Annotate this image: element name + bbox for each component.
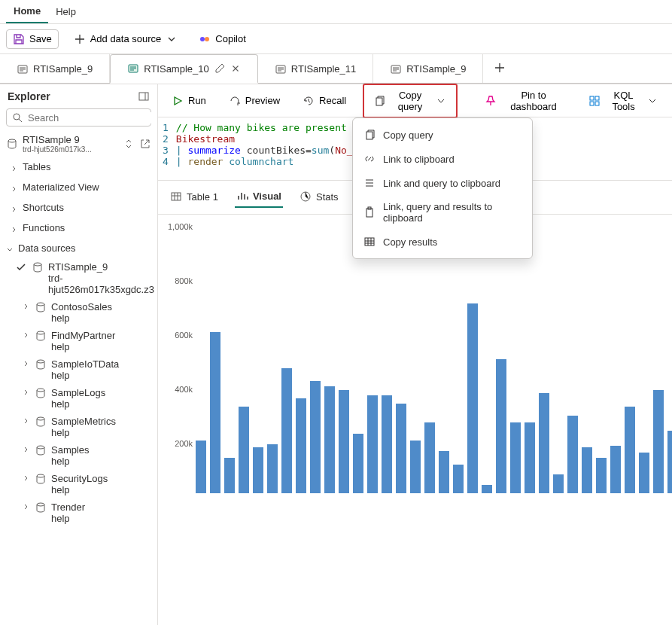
svg-point-1 (205, 37, 209, 41)
y-tick: 400k (175, 385, 193, 394)
chart-bar[interactable] (439, 451, 449, 493)
dd-link-query-results-clipboard[interactable]: Link, query and results to clipboard (353, 195, 532, 230)
chart-bar[interactable] (196, 441, 206, 493)
chart-bar[interactable] (353, 434, 363, 493)
explorer-search[interactable] (6, 108, 151, 127)
copy-query-label: Copy query (390, 90, 430, 112)
popout-icon[interactable] (139, 138, 151, 150)
play-icon (172, 95, 184, 107)
ds-item-sampleiotdata[interactable]: SampleIoTDatahelp (0, 355, 157, 384)
chevron-right-icon (23, 416, 30, 423)
tab-rtisample-11[interactable]: RTISample_11 (258, 54, 373, 84)
recall-button[interactable]: Recall (296, 92, 352, 110)
chart-bar[interactable] (496, 359, 506, 493)
chart-bar[interactable] (210, 332, 220, 493)
chart-bar[interactable] (224, 458, 235, 493)
add-data-source-button[interactable]: Add data source (68, 30, 184, 48)
copy-icon (363, 129, 376, 141)
run-button[interactable]: Run (166, 92, 212, 110)
kql-tools-button[interactable]: KQL Tools (582, 87, 664, 115)
tab-rtisample-10[interactable]: RTISample_10 (110, 54, 257, 84)
chart-bar[interactable] (324, 386, 335, 493)
plus-icon (494, 62, 506, 74)
queryset-active-icon (127, 62, 139, 75)
preview-button[interactable]: Preview (223, 92, 286, 110)
svg-rect-20 (595, 96, 599, 100)
svg-point-13 (37, 389, 44, 392)
chart-bar[interactable] (396, 404, 406, 493)
chart-bar[interactable] (367, 395, 378, 493)
chart-bar[interactable] (553, 474, 564, 493)
chart-bar[interactable] (639, 453, 649, 493)
database-icon (35, 301, 47, 313)
chart-bar[interactable] (610, 446, 621, 493)
chart-bar[interactable] (510, 422, 521, 493)
menu-home[interactable]: Home (6, 0, 48, 23)
tree-item-materialized-view[interactable]: Materialized View (0, 177, 157, 197)
search-input[interactable] (28, 112, 154, 123)
edit-tab-icon[interactable] (214, 62, 226, 75)
chart-bar[interactable] (239, 407, 249, 493)
tab-rtisample-9[interactable]: RTISample_9 (0, 54, 110, 84)
chart-bar[interactable] (267, 444, 278, 493)
updown-icon[interactable] (123, 138, 135, 150)
ds-item-securitylogs[interactable]: SecurityLogshelp (0, 470, 157, 498)
chart-bar[interactable] (596, 458, 607, 493)
ds-item-findmypartner[interactable]: FindMyPartnerhelp (0, 327, 157, 355)
history-icon (303, 95, 315, 107)
chart-bar[interactable] (410, 441, 421, 493)
tree-item-functions[interactable]: Functions (0, 218, 157, 238)
add-tab-button[interactable] (483, 62, 516, 76)
ds-item-samplemetrics[interactable]: SampleMetricshelp (0, 413, 157, 441)
chart-bar[interactable] (625, 407, 635, 493)
tree-item-tables[interactable]: Tables (0, 157, 157, 177)
save-button[interactable]: Save (6, 29, 59, 49)
queryset-icon (390, 63, 402, 75)
result-tab-stats[interactable]: Stats (298, 187, 340, 208)
database-icon (35, 387, 47, 399)
chart-bar[interactable] (382, 395, 392, 493)
chart-bar[interactable] (467, 303, 478, 493)
dd-copy-query[interactable]: Copy query (353, 123, 532, 147)
clipboard-icon (363, 206, 376, 218)
tree-item-shortcuts[interactable]: Shortcuts (0, 197, 157, 218)
close-tab-icon[interactable] (230, 63, 241, 74)
ds-item-samplelogs[interactable]: SampleLogshelp (0, 384, 157, 413)
current-database[interactable]: RTISample 9 trd-hjut526m017k3... (0, 131, 157, 157)
plus-icon (74, 33, 86, 45)
copy-query-button[interactable]: Copy query (367, 87, 453, 115)
tab-rtisample-9b[interactable]: RTISample_9 (373, 54, 483, 84)
ds-item-contososales[interactable]: ContosoSaleshelp (0, 298, 157, 327)
chart-bar[interactable] (310, 381, 321, 493)
ds-item-trender[interactable]: Trenderhelp (0, 498, 157, 527)
ds-sub: help (51, 370, 151, 381)
chart-bar[interactable] (667, 431, 672, 493)
chart-bar[interactable] (539, 393, 549, 493)
chart-bar[interactable] (296, 398, 306, 493)
dd-label: Link and query to clipboard (383, 178, 500, 189)
ds-selected[interactable]: RTISample_9 trd-hjut526m017k35xgdc.z3 (0, 258, 157, 298)
dd-link-query-clipboard[interactable]: Link and query to clipboard (353, 171, 532, 195)
collapse-panel-icon[interactable] (138, 90, 150, 102)
database-icon (35, 330, 47, 342)
dd-link-clipboard[interactable]: Link to clipboard (353, 147, 532, 171)
code-content[interactable]: // How many bikes are present Bikestream… (176, 117, 353, 180)
chart-bar[interactable] (339, 390, 349, 493)
chart-bar[interactable] (582, 447, 592, 493)
data-sources-header[interactable]: Data sources (0, 238, 157, 258)
chart-bar[interactable] (424, 422, 435, 493)
chart-bar[interactable] (482, 485, 492, 493)
chart-bar[interactable] (281, 368, 292, 493)
chart-bar[interactable] (253, 447, 263, 493)
chart-bar[interactable] (453, 465, 464, 493)
copilot-button[interactable]: Copilot (193, 30, 251, 48)
dd-copy-results[interactable]: Copy results (353, 230, 532, 254)
chart-bar[interactable] (525, 422, 535, 493)
result-tab-visual[interactable]: Visual (235, 187, 283, 208)
chart-bar[interactable] (653, 390, 664, 493)
ds-item-samples[interactable]: Sampleshelp (0, 441, 157, 470)
menu-help[interactable]: Help (48, 0, 84, 23)
chart-bar[interactable] (567, 416, 578, 493)
pin-dashboard-button[interactable]: Pin to dashboard (479, 87, 572, 115)
result-tab-table[interactable]: Table 1 (169, 187, 220, 208)
